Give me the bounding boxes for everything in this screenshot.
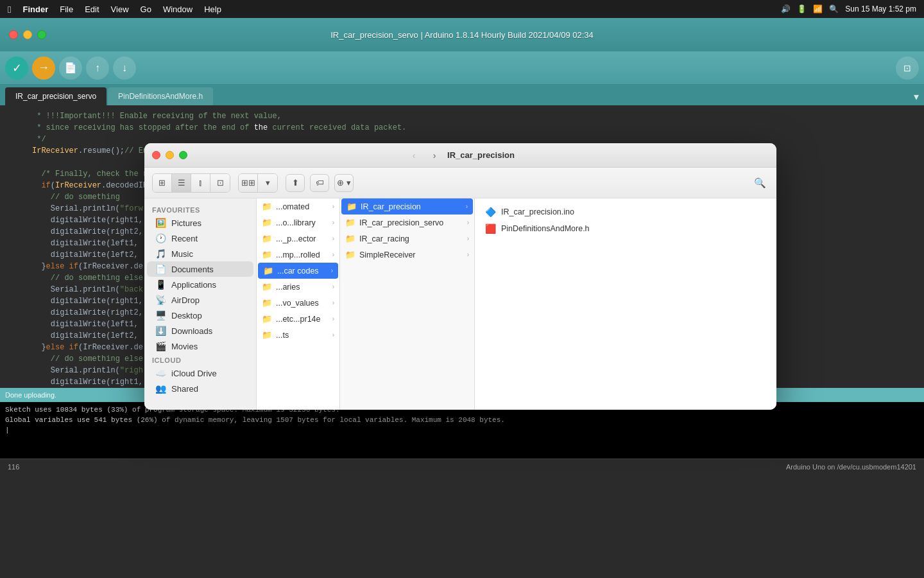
- sidebar-item-icloud-drive[interactable]: ☁️ iCloud Drive: [147, 365, 253, 381]
- menubar-datetime: Sun 15 May 1:52 pm: [845, 4, 916, 13]
- pane-item-pr14e[interactable]: 📁 ...etc...pr14e ›: [257, 311, 339, 327]
- close-button[interactable]: [9, 30, 18, 39]
- pane-item-vo-values[interactable]: 📁 ...vo_values ›: [257, 295, 339, 311]
- pane-item-ir-car-precision[interactable]: 📁 IR_car_precision ›: [341, 198, 473, 215]
- pane-item-simple-receiver[interactable]: 📁 SimpleReceiver ›: [340, 247, 474, 263]
- title-bar: IR_car_precision_servo | Arduino 1.8.14 …: [0, 18, 924, 51]
- sidebar-item-music[interactable]: 🎵 Music: [147, 246, 253, 261]
- detail-item-label: PinDefinitionsAndMore.h: [501, 224, 590, 233]
- music-icon: 🎵: [155, 249, 166, 259]
- sidebar-item-airdrop[interactable]: 📡 AirDrop: [147, 292, 253, 308]
- sidebar-item-shared[interactable]: 👥 Shared: [147, 381, 253, 396]
- verify-button[interactable]: ✓: [5, 57, 28, 80]
- sidebar-item-recent[interactable]: 🕐 Recent: [147, 231, 253, 246]
- finder-search-button[interactable]: 🔍: [751, 174, 769, 192]
- pane-item-aries[interactable]: 📁 ...aries ›: [257, 279, 339, 295]
- finder-maximize-button[interactable]: [179, 151, 187, 159]
- pane-item-ector[interactable]: 📁 ..._p...ector ›: [257, 231, 339, 247]
- sidebar-item-label: Movies: [171, 342, 198, 351]
- menubar-volume[interactable]: 🔊: [781, 4, 791, 13]
- menu-edit[interactable]: Edit: [85, 4, 99, 14]
- sidebar-item-downloads[interactable]: ⬇️ Downloads: [147, 323, 253, 338]
- menu-view[interactable]: View: [111, 4, 129, 14]
- arduino-toolbar: ✓ → 📄 ↑ ↓ ⊡: [0, 51, 924, 85]
- menu-help[interactable]: Help: [204, 4, 221, 14]
- pane-item-rolled[interactable]: 📁 ...mp...rolled ›: [257, 247, 339, 263]
- column-view-button[interactable]: ⫿: [191, 174, 210, 192]
- pane-item-ir-car-precision-servo[interactable]: 📁 IR_car_precision_servo ›: [340, 215, 474, 231]
- menu-window[interactable]: Window: [163, 4, 193, 14]
- tab-pin-definitions[interactable]: PinDefinitionsAndMore.h: [108, 87, 213, 105]
- menu-bar-left:  Finder File Edit View Go Window Help: [8, 4, 221, 15]
- upload-button[interactable]: →: [32, 57, 55, 80]
- sidebar-item-label: Documents: [171, 265, 214, 274]
- finder-window-title: IR_car_precision: [447, 150, 515, 160]
- finder-forward-button[interactable]: ›: [427, 148, 442, 163]
- detail-item-label: IR_car_precision.ino: [501, 207, 574, 216]
- tab-dropdown[interactable]: ▾: [914, 91, 919, 103]
- menu-bar:  Finder File Edit View Go Window Help 🔊…: [0, 0, 924, 18]
- finder-nav: ‹ › IR_car_precision: [406, 148, 515, 163]
- sidebar-item-label: Shared: [171, 384, 198, 394]
- finder-window-controls: [152, 151, 187, 159]
- tab-ir-car-precision-servo[interactable]: IR_car_precision_servo: [5, 87, 107, 105]
- sidebar-item-pictures[interactable]: 🖼️ Pictures: [147, 215, 253, 231]
- finder-minimize-button[interactable]: [166, 151, 174, 159]
- open-button[interactable]: ↑: [86, 57, 109, 80]
- detail-item-h[interactable]: 🟥 PinDefinitionsAndMore.h: [480, 220, 771, 237]
- arrange-button[interactable]: ⊞⊞: [239, 174, 258, 192]
- bottom-status-bar: 116 Arduino Uno on /dev/cu.usbmodem14201: [0, 459, 924, 474]
- sidebar-item-label: Desktop: [171, 311, 202, 320]
- sidebar-icloud-header: iCloud: [144, 354, 256, 365]
- board-info: Arduino Uno on /dev/cu.usbmodem14201: [786, 463, 916, 471]
- sidebar-item-label: AirDrop: [171, 295, 200, 305]
- icon-view-button[interactable]: ⊞: [153, 174, 172, 192]
- sidebar-item-label: Recent: [171, 234, 198, 243]
- console-line-3: |: [5, 425, 919, 435]
- tag-button[interactable]: 🏷: [310, 174, 329, 192]
- sidebar-item-movies[interactable]: 🎬 Movies: [147, 338, 253, 354]
- desktop-icon: 🖥️: [155, 310, 166, 320]
- pane-item-ir-car-racing[interactable]: 📁 IR_car_racing ›: [340, 231, 474, 247]
- menubar-battery[interactable]: 🔋: [797, 4, 807, 13]
- list-view-button[interactable]: ☰: [172, 174, 191, 192]
- add-button[interactable]: ⊕ ▾: [334, 174, 354, 192]
- sidebar-item-label: Music: [171, 249, 193, 259]
- pane-item-library[interactable]: 📁 ...o...library ›: [257, 215, 339, 231]
- apple-menu[interactable]: : [8, 4, 11, 15]
- output-console: Sketch uses 10834 bytes (33%) of program…: [0, 402, 924, 459]
- finder-content: Favourites 🖼️ Pictures 🕐 Recent 🎵 Music …: [144, 198, 776, 410]
- minimize-button[interactable]: [23, 30, 32, 39]
- arrange-dropdown[interactable]: ▾: [258, 174, 277, 192]
- menu-file[interactable]: File: [60, 4, 73, 14]
- new-button[interactable]: 📄: [59, 57, 82, 80]
- menu-go[interactable]: Go: [141, 4, 151, 14]
- finder-close-button[interactable]: [152, 151, 160, 159]
- share-button[interactable]: ⬆: [286, 174, 305, 192]
- sidebar-item-label: Applications: [171, 280, 216, 290]
- finder-detail-pane: 🔷 IR_car_precision.ino 🟥 PinDefinitionsA…: [475, 198, 776, 410]
- pane-item-car-codes[interactable]: 📁 ...car codes ›: [258, 263, 338, 279]
- finder-toolbar: ⊞ ☰ ⫿ ⊡ ⊞⊞ ▾ ⬆ 🏷 ⊕ ▾ 🔍: [144, 168, 776, 198]
- menubar-wifi[interactable]: 📶: [813, 4, 823, 13]
- menu-finder[interactable]: Finder: [22, 4, 48, 14]
- tab-bar: IR_car_precision_servo PinDefinitionsAnd…: [0, 85, 924, 105]
- applications-icon: 📱: [155, 279, 166, 290]
- sidebar-item-label: iCloud Drive: [171, 369, 217, 378]
- maximize-button[interactable]: [37, 30, 46, 39]
- downloads-icon: ⬇️: [155, 326, 166, 336]
- sidebar-item-applications[interactable]: 📱 Applications: [147, 277, 253, 292]
- serial-monitor-button[interactable]: ⊡: [896, 57, 919, 80]
- sidebar-item-desktop[interactable]: 🖥️ Desktop: [147, 308, 253, 323]
- finder-back-button[interactable]: ‹: [406, 148, 422, 163]
- menubar-search[interactable]: 🔍: [829, 4, 839, 13]
- icloud-drive-icon: ☁️: [155, 368, 166, 378]
- save-button[interactable]: ↓: [113, 57, 136, 80]
- gallery-view-button[interactable]: ⊡: [210, 174, 230, 192]
- sidebar-item-documents[interactable]: 📄 Documents: [147, 261, 253, 277]
- window-title: IR_car_precision_servo | Arduino 1.8.14 …: [330, 30, 594, 40]
- finder-sidebar: Favourites 🖼️ Pictures 🕐 Recent 🎵 Music …: [144, 198, 257, 410]
- pane-item-automated[interactable]: 📁 ...omated ›: [257, 198, 339, 215]
- pane-item-ts[interactable]: 📁 ...ts ›: [257, 327, 339, 343]
- detail-item-ino[interactable]: 🔷 IR_car_precision.ino: [480, 204, 771, 220]
